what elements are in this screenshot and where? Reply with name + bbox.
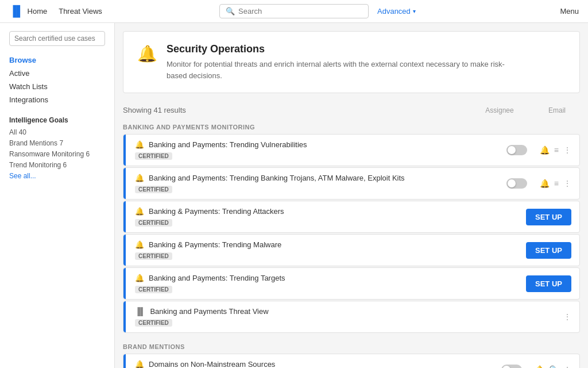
logo-icon: ▐▌ [9, 5, 24, 17]
card-border-accent [123, 235, 126, 266]
bell-icon: 🔔 [135, 207, 144, 216]
bell-icon: 🔔 [135, 240, 144, 249]
advanced-dropdown[interactable]: Advanced ▾ [377, 7, 416, 16]
certified-badge: CERTIFIED [135, 152, 172, 160]
toggle-switch[interactable] [506, 145, 527, 155]
sidebar-item-browse[interactable]: Browse [9, 54, 105, 66]
sidebar-item-watchlists[interactable]: Watch Lists [9, 80, 105, 93]
email-label: Email [534, 106, 580, 114]
badges-row: CERTIFIED [135, 151, 494, 160]
table-row: 🔔 Banking and Payments: Trending Targets… [123, 267, 580, 300]
nav-threat-views[interactable]: Threat Views [59, 7, 102, 16]
goal-trend-monitoring[interactable]: Trend Monitoring 6 [9, 160, 105, 170]
card-title-row: 🔔 Domains on Non-Mainstream Sources [135, 360, 489, 368]
table-row: 🔔 Domains on Non-Mainstream Sources CERT… [123, 354, 580, 368]
card-content: 🔔 Banking and Payments: Trending Targets… [131, 274, 520, 293]
results-bar: Showing 41 results Assignee Email [123, 102, 580, 119]
certified-badge: CERTIFIED [135, 286, 172, 293]
card-border-accent [123, 201, 126, 232]
certified-badge: CERTIFIED [135, 252, 172, 260]
more-dots-icon[interactable]: ⋮ [563, 365, 571, 368]
card-content: ▐▌ Banking and Payments Threat View CERT… [131, 307, 558, 327]
bars-icon[interactable]: ≡ [554, 145, 559, 155]
action-icons: ⋮ [563, 312, 571, 321]
setup-button[interactable]: SET UP [526, 242, 571, 259]
card-border-accent [123, 354, 126, 368]
layout: Browse Active Watch Lists Integrations I… [0, 23, 588, 368]
sidebar-item-active[interactable]: Active [9, 67, 105, 79]
bell-icon: 🔔 [135, 360, 144, 368]
section-description: Monitor for potential threats and enrich… [167, 59, 511, 81]
section-banking-title: BANKING AND PAYMENTS MONITORING [123, 119, 580, 134]
bell-icon: 🔔 [135, 140, 144, 149]
sidebar-item-integrations[interactable]: Integrations [9, 94, 105, 106]
main-content: 🔔 Security Operations Monitor for potent… [115, 23, 588, 368]
bell-action-icon[interactable]: 🔔 [540, 145, 550, 155]
card-title-row: 🔔 Banking and Payments: Trending Targets [135, 274, 520, 282]
intelligence-goals-items: All 40 Brand Mentions 7 Ransomware Monit… [9, 128, 105, 181]
card-title: Domains on Non-Mainstream Sources [149, 360, 275, 368]
sidebar-nav: Browse Active Watch Lists Integrations [9, 54, 105, 106]
badges-row: CERTIFIED [135, 318, 558, 327]
bell-action-icon[interactable]: 🔔 [540, 179, 550, 188]
card-title-row: 🔔 Banking and Payments: Trending Vulnera… [135, 140, 494, 149]
bell-icon: 🔔 [135, 174, 144, 182]
setup-button[interactable]: SET UP [526, 209, 571, 225]
table-row: 🔔 Banking and Payments: Trending Banking… [123, 167, 580, 200]
bars-icon[interactable]: ≡ [554, 179, 559, 188]
more-dots-icon[interactable]: ⋮ [563, 145, 571, 155]
badges-row: CERTIFIED [135, 251, 520, 260]
chevron-down-icon: ▾ [413, 8, 416, 14]
card-border-accent [123, 135, 126, 166]
bell-action-icon[interactable]: 🔔 [535, 365, 544, 368]
card-title-row: 🔔 Banking and Payments: Trending Banking… [135, 174, 494, 182]
badges-row: CERTIFIED [135, 218, 520, 227]
card-title-row: 🔔 Banking & Payments: Trending Attackers [135, 207, 520, 216]
toggle-switch[interactable] [501, 365, 522, 368]
badges-row: CERTIFIED [135, 185, 494, 193]
sidebar-search-input[interactable] [9, 31, 105, 46]
bell-icon: 🔔 [135, 274, 144, 282]
action-icons: 🔔 ≡ ⋮ [540, 179, 571, 188]
card-title: Banking and Payments Threat View [150, 307, 268, 316]
goal-all[interactable]: All 40 [9, 128, 105, 137]
certified-badge: CERTIFIED [135, 186, 172, 193]
search-action-icon[interactable]: 🔍 [549, 365, 559, 368]
menu-button[interactable]: Menu [560, 7, 579, 16]
card-title: Banking and Payments: Trending Banking T… [149, 174, 405, 182]
card-content: 🔔 Banking and Payments: Trending Vulnera… [131, 140, 494, 160]
more-dots-icon[interactable]: ⋮ [563, 312, 571, 321]
card-content: 🔔 Domains on Non-Mainstream Sources CERT… [131, 360, 489, 368]
action-icons: 🔔 ≡ ⋮ [540, 145, 571, 155]
sidebar: Browse Active Watch Lists Integrations I… [0, 23, 115, 368]
table-row: 🔔 Banking & Payments: Trending Attackers… [123, 201, 580, 233]
card-content: 🔔 Banking & Payments: Trending Malware C… [131, 240, 520, 260]
card-title: Banking & Payments: Trending Attackers [149, 207, 284, 216]
table-row: 🔔 Banking and Payments: Trending Vulnera… [123, 134, 580, 166]
advanced-label: Advanced [377, 7, 411, 16]
card-title: Banking & Payments: Trending Malware [149, 240, 281, 249]
logo[interactable]: ▐▌ Home [9, 5, 47, 17]
card-title: Banking and Payments: Trending Vulnerabi… [149, 140, 307, 149]
section-header-text: Security Operations Monitor for potentia… [167, 43, 511, 81]
card-title-row: ▐▌ Banking and Payments Threat View [135, 307, 558, 316]
more-dots-icon[interactable]: ⋮ [563, 179, 571, 188]
card-border-accent [123, 301, 126, 332]
search-input[interactable] [238, 7, 342, 16]
toggle-wrap [500, 145, 534, 155]
badges-row: CERTIFIED [135, 285, 520, 293]
intelligence-goals-title: Intelligence Goals [9, 116, 105, 124]
card-border-accent [123, 168, 126, 199]
nav-home[interactable]: Home [28, 7, 48, 16]
certified-badge: CERTIFIED [135, 219, 172, 227]
toggle-wrap [500, 178, 534, 189]
goal-ransomware[interactable]: Ransomware Monitoring 6 [9, 150, 105, 159]
goal-see-all[interactable]: See all... [9, 171, 105, 181]
card-content: 🔔 Banking & Payments: Trending Attackers… [131, 207, 520, 227]
section-title: Security Operations [167, 43, 511, 55]
card-title-row: 🔔 Banking & Payments: Trending Malware [135, 240, 520, 249]
setup-button[interactable]: SET UP [526, 275, 571, 292]
goal-brand-mentions[interactable]: Brand Mentions 7 [9, 139, 105, 148]
toggle-switch[interactable] [506, 178, 527, 189]
results-count: Showing 41 results [123, 106, 465, 114]
